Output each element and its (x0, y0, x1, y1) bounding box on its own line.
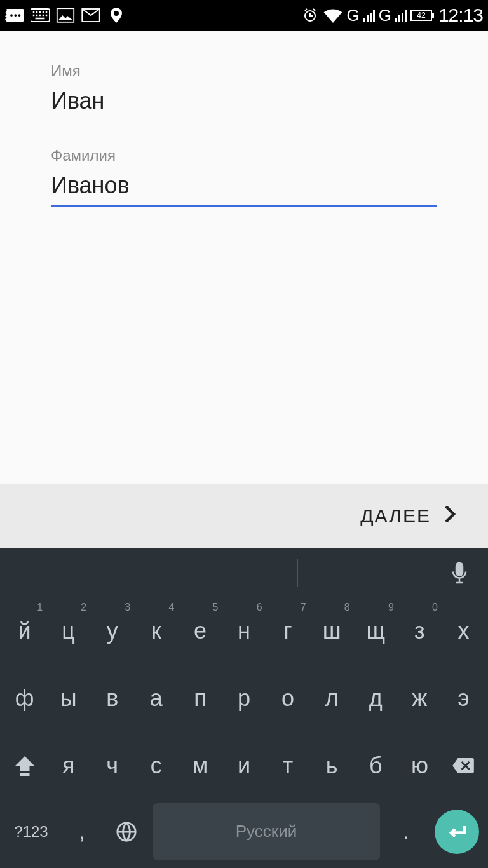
key-ю[interactable]: ю (398, 734, 442, 797)
last-name-field: Фамилия (51, 147, 437, 207)
key-у[interactable]: у3 (90, 599, 134, 663)
svg-rect-19 (20, 773, 29, 776)
key-э[interactable]: э (442, 667, 485, 730)
next-button-label: ДАЛЕЕ (360, 505, 431, 527)
svg-rect-9 (33, 15, 35, 17)
key-г[interactable]: г7 (266, 599, 310, 663)
svg-point-2 (18, 14, 21, 17)
svg-rect-6 (39, 11, 41, 13)
spacer (0, 233, 488, 484)
key-к[interactable]: к4 (134, 599, 178, 663)
network-type-2: G (379, 6, 391, 25)
space-key[interactable]: Русский (152, 803, 380, 860)
period-key[interactable]: . (384, 803, 428, 860)
network-type-1: G (346, 6, 359, 25)
first-name-label: Имя (51, 62, 437, 80)
language-key[interactable] (104, 803, 149, 860)
key-ч[interactable]: ч (90, 734, 134, 797)
key-д[interactable]: д (354, 667, 398, 730)
key-ф[interactable]: ф (3, 667, 46, 730)
enter-key[interactable] (428, 803, 485, 860)
svg-rect-11 (39, 15, 41, 17)
first-name-field: Имя (51, 62, 437, 121)
suggestion-row (0, 548, 488, 599)
battery-icon: 42 (410, 10, 432, 21)
key-щ[interactable]: щ9 (354, 599, 398, 663)
key-row-1: й1ц2у3к4е5н6г7ш8щ9з0х (0, 599, 488, 663)
wifi-icon (323, 8, 342, 23)
location-icon (107, 8, 126, 23)
key-н[interactable]: н6 (222, 599, 266, 663)
svg-rect-4 (33, 11, 35, 13)
svg-rect-13 (46, 15, 48, 17)
key-и[interactable]: и (222, 734, 266, 797)
status-bar: G G 42 12:13 (0, 0, 488, 31)
svg-rect-5 (36, 11, 38, 13)
shift-key[interactable] (3, 734, 46, 797)
image-icon (56, 8, 75, 23)
key-а[interactable]: а (134, 667, 178, 730)
signal-bars-1 (363, 9, 375, 22)
key-е[interactable]: е5 (178, 599, 222, 663)
key-в[interactable]: в (90, 667, 134, 730)
alarm-icon (301, 8, 320, 23)
next-button[interactable]: ДАЛЕЕ (360, 505, 456, 528)
svg-rect-12 (43, 15, 44, 17)
svg-point-0 (10, 14, 13, 17)
svg-rect-8 (46, 11, 48, 13)
status-right: G G 42 12:13 (301, 4, 483, 26)
key-о[interactable]: о (266, 667, 310, 730)
more-icon (5, 8, 24, 23)
keyboard-icon (30, 8, 50, 23)
bottom-action-bar: ДАЛЕЕ (0, 484, 488, 548)
key-с[interactable]: с (134, 734, 178, 797)
svg-rect-15 (57, 8, 74, 22)
key-row-3: ячсмитьбю (0, 734, 488, 797)
first-name-input[interactable] (51, 85, 437, 121)
key-row-4: ?123 , Русский . (0, 801, 488, 868)
key-р[interactable]: р (222, 667, 266, 730)
soft-keyboard: й1ц2у3к4е5н6г7ш8щ9з0х фывапролджэ ячсмит… (0, 548, 488, 868)
key-row-2: фывапролджэ (0, 667, 488, 730)
svg-point-17 (114, 11, 119, 16)
key-з[interactable]: з0 (398, 599, 442, 663)
key-ы[interactable]: ы (46, 667, 90, 730)
svg-point-1 (14, 14, 17, 17)
status-left (5, 8, 126, 23)
key-ц[interactable]: ц2 (46, 599, 90, 663)
mic-icon[interactable] (450, 560, 469, 586)
chevron-right-icon (444, 505, 456, 528)
key-ж[interactable]: ж (398, 667, 442, 730)
backspace-key[interactable] (442, 734, 485, 797)
key-л[interactable]: л (310, 667, 354, 730)
key-п[interactable]: п (178, 667, 222, 730)
symbols-key[interactable]: ?123 (3, 803, 60, 860)
signal-bars-2 (395, 9, 407, 22)
last-name-input[interactable] (51, 170, 437, 207)
battery-level: 42 (417, 11, 425, 20)
key-б[interactable]: б (354, 734, 398, 797)
key-х[interactable]: х (442, 599, 485, 663)
last-name-label: Фамилия (51, 147, 437, 165)
svg-rect-14 (36, 18, 45, 20)
name-form: Имя Фамилия (0, 31, 488, 233)
svg-rect-10 (36, 15, 38, 17)
clock: 12:13 (438, 4, 483, 26)
key-м[interactable]: м (178, 734, 222, 797)
key-ш[interactable]: ш8 (310, 599, 354, 663)
comma-key[interactable]: , (60, 803, 104, 860)
key-т[interactable]: т (266, 734, 310, 797)
key-я[interactable]: я (46, 734, 90, 797)
svg-rect-7 (43, 11, 44, 13)
key-й[interactable]: й1 (3, 599, 46, 663)
key-ь[interactable]: ь (310, 734, 354, 797)
mail-icon (81, 8, 100, 23)
